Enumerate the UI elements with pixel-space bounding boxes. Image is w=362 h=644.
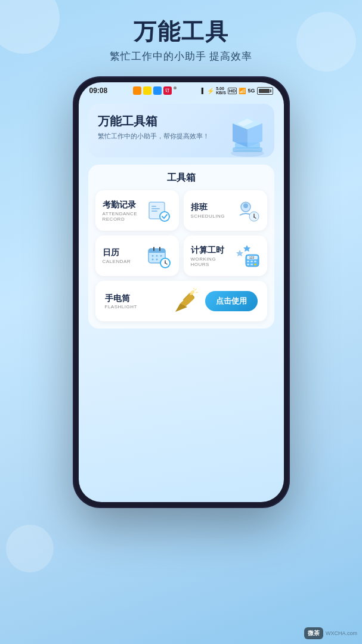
svg-rect-44 <box>250 264 253 265</box>
tool-card-calendar-info: 日历 CALENDAR <box>103 247 141 264</box>
page-title: 万能工具 <box>0 17 362 47</box>
flashlight-row: 手电筒 FLASHLIGHT <box>95 281 267 321</box>
tool-card-attendance-info: 考勤记录 ATTENDANCE RECORD <box>103 200 141 222</box>
watermark-logo: 微茶 <box>304 627 323 639</box>
hd-icon: HD <box>228 88 237 94</box>
scheduling-icon <box>234 197 260 224</box>
toolbox-title: 工具箱 <box>95 172 267 184</box>
watermark-domain: WXCHA.com <box>326 630 357 636</box>
signal-icon: ▌ <box>202 88 205 94</box>
svg-point-27 <box>151 255 153 257</box>
tool-card-scheduling[interactable]: 排班 SCHEDULING <box>184 190 267 231</box>
status-bar: 09:08 订 ▌ ⚡ 5.00KB/S HD 📶 5G <box>79 82 284 99</box>
dot-indicator <box>174 86 177 89</box>
tool-scheduling-sub: SCHEDULING <box>191 213 229 219</box>
hero-banner: 万能工具箱 繁忙工作中的小助手，帮你提高效率！ <box>88 104 274 157</box>
svg-rect-43 <box>247 264 249 265</box>
bluetooth-icon: ⚡ <box>207 88 214 94</box>
svg-rect-12 <box>151 208 160 209</box>
phone-screen: 09:08 订 ▌ ⚡ 5.00KB/S HD 📶 5G <box>79 82 284 502</box>
svg-point-17 <box>243 203 248 208</box>
flashlight-use-button[interactable]: 点击使用 <box>205 291 258 311</box>
svg-line-51 <box>196 292 198 293</box>
battery-indicator <box>257 87 273 95</box>
workinghours-icon: 123 <box>234 243 260 269</box>
svg-rect-13 <box>151 210 157 212</box>
tool-card-scheduling-info: 排班 SCHEDULING <box>191 202 229 219</box>
wifi-icon: 📶 <box>239 88 246 94</box>
app-content: 万能工具箱 繁忙工作中的小助手，帮你提高效率！ <box>79 99 284 502</box>
svg-rect-42 <box>254 261 256 262</box>
notif-icon-orange <box>133 86 141 95</box>
tool-card-attendance[interactable]: 考勤记录 ATTENDANCE RECORD <box>95 190 179 231</box>
speed-label: 5.00KB/S <box>216 86 226 95</box>
tool-calendar-name: 日历 <box>103 247 141 258</box>
svg-rect-41 <box>250 261 253 262</box>
svg-text:123: 123 <box>249 256 254 259</box>
toolbox-section: 工具箱 考勤记录 ATTENDANCE RECORD <box>88 165 274 329</box>
svg-point-31 <box>156 259 157 261</box>
svg-point-30 <box>151 259 153 261</box>
tools-grid: 考勤记录 ATTENDANCE RECORD <box>95 190 267 276</box>
flashlight-info: 手电筒 FLASHLIGHT <box>105 293 169 309</box>
calendar-icon <box>146 243 172 269</box>
svg-rect-40 <box>247 261 249 262</box>
watermark: 微茶 WXCHA.com <box>304 627 357 639</box>
notif-icon-blue <box>153 86 162 95</box>
tool-calendar-sub: CALENDAR <box>103 259 141 264</box>
page-subtitle: 繁忙工作中的小助手 提高效率 <box>0 49 362 63</box>
flashlight-icon <box>169 288 199 314</box>
flashlight-name: 手电筒 <box>105 293 169 304</box>
phone-mockup: 09:08 订 ▌ ⚡ 5.00KB/S HD 📶 5G <box>74 78 289 507</box>
svg-rect-11 <box>151 206 156 207</box>
flashlight-sub: FLASHLIGHT <box>105 304 169 309</box>
status-icons: ▌ ⚡ 5.00KB/S HD 📶 5G <box>202 86 273 95</box>
notification-icons: 订 <box>133 86 177 95</box>
tool-attendance-name: 考勤记录 <box>103 200 141 210</box>
svg-point-28 <box>156 255 157 257</box>
tool-card-workinghours-info: 计算工时 WORKING HOURS <box>191 245 229 267</box>
tool-workinghours-sub: WORKING HOURS <box>191 256 229 267</box>
svg-line-52 <box>193 288 194 289</box>
notif-icon-yellow <box>143 86 151 95</box>
svg-rect-24 <box>148 251 165 253</box>
hero-3d-icon <box>215 107 268 157</box>
battery-fill <box>259 89 270 93</box>
page-header: 万能工具 繁忙工作中的小助手 提高效率 <box>0 0 362 63</box>
svg-point-21 <box>253 216 255 218</box>
tool-scheduling-name: 排班 <box>191 202 229 213</box>
svg-line-50 <box>194 289 197 290</box>
attendance-icon <box>146 197 172 224</box>
svg-rect-45 <box>254 264 256 265</box>
tool-card-workinghours[interactable]: 计算工时 WORKING HOURS 123 <box>184 236 267 276</box>
tool-card-calendar[interactable]: 日历 CALENDAR <box>95 236 179 276</box>
signal-bars: 5G <box>247 88 255 94</box>
tool-attendance-sub: ATTENDANCE RECORD <box>103 211 141 222</box>
notif-icon-red: 订 <box>163 86 172 95</box>
tool-workinghours-name: 计算工时 <box>191 245 229 256</box>
deco-circle-bottom-left <box>6 525 54 572</box>
battery-tip <box>270 89 271 92</box>
svg-point-29 <box>160 255 162 257</box>
status-time: 09:08 <box>89 86 108 95</box>
svg-point-36 <box>165 262 166 264</box>
